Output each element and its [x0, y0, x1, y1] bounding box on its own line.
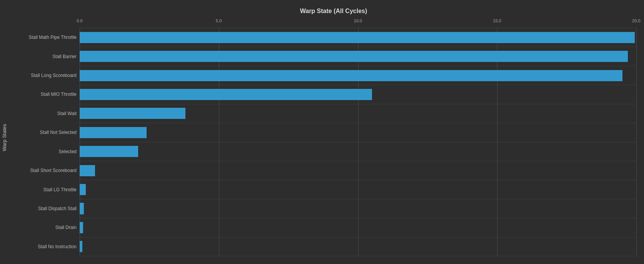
bar — [80, 203, 84, 214]
bar-wrapper — [80, 218, 636, 237]
y-label: Stall No Instruction — [5, 244, 77, 249]
bar — [80, 70, 622, 81]
chart-inner: 0.05.010.015.020.0 Stall Math Pipe Throt… — [8, 18, 636, 256]
y-label: Stall Wait — [5, 111, 77, 116]
bars-area: Stall Math Pipe ThrottleStall BarrierSta… — [80, 28, 636, 256]
bar-wrapper — [80, 104, 636, 123]
bar-wrapper — [80, 123, 636, 142]
y-label: Stall LG Throttle — [5, 187, 77, 192]
y-label: Stall Drain — [5, 225, 77, 230]
bar-wrapper — [80, 47, 636, 65]
bar — [80, 146, 138, 157]
y-label: Stall Short Scoreboard — [5, 168, 77, 173]
chart-container: Warp State (All Cycles) Warp States 0.05… — [0, 0, 644, 264]
bar-wrapper — [80, 66, 636, 85]
bar — [80, 127, 147, 138]
chart-title: Warp State (All Cycles) — [31, 8, 636, 15]
y-label: Stall Dispatch Stall — [5, 206, 77, 211]
x-tick: 20.0 — [632, 18, 640, 23]
x-tick: 0.0 — [77, 18, 82, 23]
x-axis-row: 0.05.010.015.020.0 — [80, 18, 636, 26]
bar-row: Stall Drain — [80, 218, 636, 237]
bar-row: Selected — [80, 142, 636, 161]
bar — [80, 165, 95, 176]
bar-row: Stall Dispatch Stall — [80, 199, 636, 218]
bar-row: Stall Short Scoreboard — [80, 161, 636, 180]
bar-row: Stall Math Pipe Throttle — [80, 28, 636, 47]
grid-line — [636, 28, 637, 256]
bar-row: Stall Long Scoreboard — [80, 66, 636, 85]
y-label: Stall Long Scoreboard — [5, 73, 77, 78]
bar-wrapper — [80, 28, 636, 47]
bar-wrapper — [80, 237, 636, 256]
bar — [80, 32, 635, 43]
bar-wrapper — [80, 180, 636, 199]
x-tick: 15.0 — [493, 18, 501, 23]
bar-row: Stall Wait — [80, 104, 636, 123]
bar-wrapper — [80, 161, 636, 180]
bar-wrapper — [80, 85, 636, 104]
bar-wrapper — [80, 142, 636, 161]
y-label: Stall MIO Throttle — [5, 92, 77, 97]
y-label: Stall Math Pipe Throttle — [5, 35, 77, 40]
y-label: Selected — [5, 149, 77, 154]
y-label: Stall Barrier — [5, 54, 77, 59]
bar-row: Stall No Instruction — [80, 237, 636, 256]
bar-row: Stall Barrier — [80, 47, 636, 66]
bar — [80, 89, 372, 100]
bar-row: Stall LG Throttle — [80, 180, 636, 199]
y-label: Stall Not Selected — [5, 130, 77, 135]
bar — [80, 184, 86, 195]
bar — [80, 108, 185, 119]
bar-wrapper — [80, 199, 636, 218]
bar — [80, 51, 628, 62]
bar-row: Stall MIO Throttle — [80, 85, 636, 104]
bars-and-labels: Stall Math Pipe ThrottleStall BarrierSta… — [80, 28, 636, 256]
x-tick: 10.0 — [354, 18, 362, 23]
bar — [80, 241, 82, 252]
x-tick: 5.0 — [216, 18, 222, 23]
chart-body: Warp States 0.05.010.015.020.0 Stall Mat… — [0, 18, 636, 256]
bar-row: Stall Not Selected — [80, 123, 636, 142]
bar — [80, 222, 83, 233]
